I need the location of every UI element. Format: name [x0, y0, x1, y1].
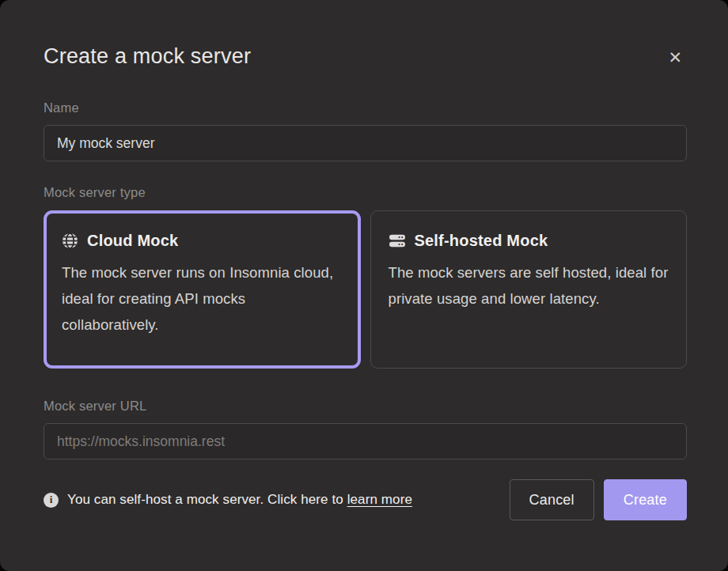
footer-info-text-plain: You can self-host a mock server. Click h…	[67, 492, 343, 507]
create-mock-server-dialog: Create a mock server ✕ Name Mock server …	[0, 0, 728, 571]
footer-info-text: You can self-host a mock server. Click h…	[67, 492, 412, 508]
footer-buttons: Cancel Create	[510, 479, 687, 520]
dialog-footer: i You can self-host a mock server. Click…	[44, 479, 687, 520]
name-input[interactable]	[44, 125, 687, 161]
mock-type-card-self-hosted[interactable]: Self-hosted Mock The mock servers are se…	[370, 210, 688, 369]
card-head: Cloud Mock	[62, 232, 343, 250]
mock-type-cards: Cloud Mock The mock server runs on Insom…	[44, 210, 687, 369]
card-head: Self-hosted Mock	[389, 232, 669, 250]
dialog-title: Create a mock server	[44, 44, 251, 69]
mock-server-url-label: Mock server URL	[44, 399, 687, 414]
card-title-self-hosted: Self-hosted Mock	[415, 232, 548, 250]
card-desc-self-hosted: The mock servers are self hosted, ideal …	[389, 259, 669, 312]
card-title-cloud: Cloud Mock	[87, 232, 178, 250]
card-desc-cloud: The mock server runs on Insomnia cloud, …	[62, 259, 343, 338]
mock-type-card-cloud[interactable]: Cloud Mock The mock server runs on Insom…	[44, 210, 361, 369]
server-icon	[389, 233, 406, 249]
globe-icon	[62, 233, 78, 249]
mock-server-type-label: Mock server type	[44, 185, 687, 200]
learn-more-link[interactable]: learn more	[347, 492, 412, 507]
mock-server-url-input[interactable]	[44, 423, 687, 459]
info-icon: i	[44, 493, 59, 508]
create-button[interactable]: Create	[604, 479, 687, 520]
dialog-header: Create a mock server ✕	[44, 44, 687, 69]
close-icon[interactable]: ✕	[663, 46, 687, 69]
cancel-button[interactable]: Cancel	[510, 479, 594, 520]
name-label: Name	[44, 100, 687, 115]
